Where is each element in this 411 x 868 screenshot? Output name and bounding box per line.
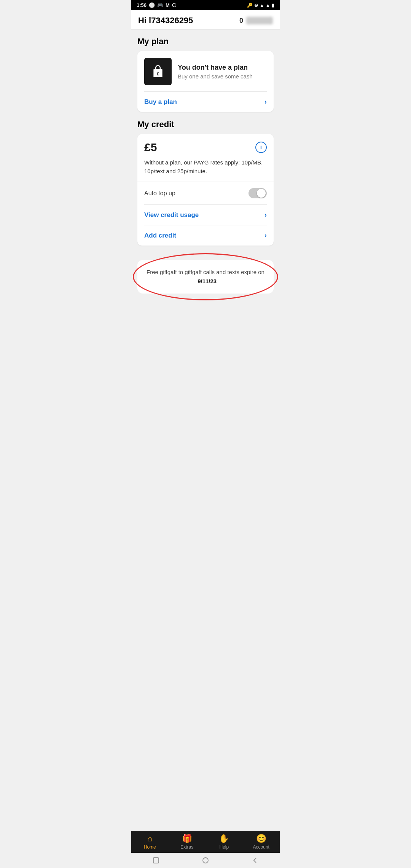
add-credit-link[interactable]: Add credit ›: [137, 225, 274, 246]
view-credit-usage-label: View credit usage: [144, 211, 199, 219]
signal-icon: ▲: [266, 3, 270, 8]
battery-icon: ▮: [272, 3, 274, 8]
my-credit-card: £5 i Without a plan, our PAYG rates appl…: [137, 134, 274, 246]
status-time: 1:56: [137, 2, 147, 8]
svg-text:£: £: [157, 71, 159, 76]
plan-info: £ You don't have a plan Buy one and save…: [137, 51, 274, 91]
bag-svg: £: [150, 64, 166, 79]
my-plan-title: My plan: [137, 37, 274, 46]
minus-icon: ⊖: [254, 3, 258, 8]
credit-amount: £5: [144, 141, 157, 154]
gmail-icon: M: [166, 2, 170, 8]
my-plan-card: £ You don't have a plan Buy one and save…: [137, 51, 274, 112]
status-right: 🔑 ⊖ ▲ ▲ ▮: [247, 3, 274, 8]
credit-description: Without a plan, our PAYG rates apply: 10…: [137, 157, 274, 182]
header: Hi l734326295 0: [131, 10, 280, 30]
view-credit-usage-link[interactable]: View credit usage ›: [137, 205, 274, 225]
buy-plan-link[interactable]: Buy a plan ›: [137, 92, 274, 112]
key-icon: 🔑: [247, 3, 253, 8]
header-zero: 0: [239, 17, 243, 25]
free-notice-text: Free giffgaff to giffgaff calls and text…: [147, 269, 264, 275]
plan-text-block: You don't have a plan Buy one and save s…: [178, 64, 253, 80]
credit-info-icon[interactable]: i: [255, 142, 267, 153]
auto-topup-row: Auto top up: [137, 182, 274, 204]
auto-topup-toggle[interactable]: [249, 188, 267, 198]
share-icon: ⬡: [172, 2, 176, 8]
auto-topup-label: Auto top up: [144, 190, 175, 197]
add-credit-label: Add credit: [144, 232, 176, 239]
greeting-text: Hi l734326295: [138, 16, 193, 26]
free-notice-date: 9/11/23: [198, 278, 217, 284]
toggle-knob: [257, 189, 266, 198]
buy-plan-chevron: ›: [264, 98, 267, 106]
header-blurred-info: [246, 17, 273, 24]
no-plan-title: You don't have a plan: [178, 64, 253, 72]
no-plan-sub: Buy one and save some cash: [178, 73, 253, 80]
view-credit-chevron: ›: [264, 211, 267, 219]
credit-amount-row: £5 i: [137, 134, 274, 157]
free-notice-card: Free giffgaff to giffgaff calls and text…: [137, 260, 274, 294]
status-left: 1:56 ⚪ 🎮 M ⬡: [137, 2, 176, 8]
whatsapp-icon: ⚪: [149, 2, 155, 8]
main-content: My plan £ You don't have a plan Buy one …: [131, 30, 280, 260]
buy-plan-label: Buy a plan: [144, 98, 177, 106]
my-credit-title: My credit: [137, 120, 274, 129]
plan-bag-icon: £: [144, 58, 172, 85]
status-bar: 1:56 ⚪ 🎮 M ⬡ 🔑 ⊖ ▲ ▲ ▮: [131, 0, 280, 10]
free-notice-container: Free giffgaff to giffgaff calls and text…: [131, 260, 280, 301]
wifi-icon: ▲: [260, 3, 264, 8]
add-credit-chevron: ›: [264, 231, 267, 239]
red-circle-annotation: [133, 253, 278, 300]
game-icon: 🎮: [157, 2, 163, 8]
header-right: 0: [239, 17, 273, 25]
